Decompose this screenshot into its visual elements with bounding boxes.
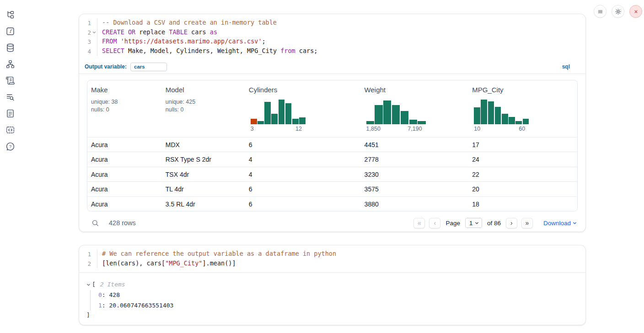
column-header-weight[interactable]: Weight1,8507,190 [361, 80, 469, 137]
settings-button[interactable] [612, 5, 624, 18]
chevron-down-icon [573, 221, 577, 225]
table-row[interactable]: AcuraTL 4dr6357520 [87, 181, 577, 196]
histogram-bar [401, 111, 408, 124]
first-page-button[interactable]: « [413, 218, 425, 228]
code-token: ; [262, 37, 266, 45]
prev-page-button[interactable]: ‹ [429, 218, 440, 228]
fold-slot [91, 249, 97, 259]
page-select[interactable]: 1 [465, 218, 482, 228]
tree-collapse-icon[interactable] [86, 283, 91, 287]
fold-chevron-icon[interactable] [91, 28, 97, 37]
code-line: 3FROM 'https://datasets.marimo.app/cars.… [79, 37, 585, 47]
code-token: as [210, 28, 217, 36]
table-row[interactable]: AcuraMDX6445117 [87, 137, 577, 152]
column-header-make[interactable]: Makeunique: 38nulls: 0 [87, 80, 162, 137]
histogram-axis: 312 [251, 126, 306, 132]
histogram-bar [509, 117, 515, 124]
sql-code-editor[interactable]: 1-- Download a CSV and create an in-memo… [79, 14, 585, 60]
histogram[interactable] [366, 100, 426, 124]
code-line: 1-- Download a CSV and create an in-memo… [79, 18, 585, 28]
column-header-model[interactable]: Modelunique: 425nulls: 0 [162, 80, 245, 137]
entry-index: 1 [98, 302, 102, 309]
histogram-bar [523, 119, 529, 124]
line-number: 4 [79, 47, 91, 56]
code-token: replace [135, 28, 169, 36]
sql-output-area: Makeunique: 38nulls: 0Modelunique: 425nu… [79, 74, 585, 232]
table-cell: Acura [87, 185, 162, 193]
scratchpad-icon[interactable] [5, 108, 16, 119]
code-text: CREATE OR replace TABLE cars as [97, 28, 585, 37]
next-page-button[interactable]: › [506, 218, 517, 228]
close-icon [633, 8, 639, 15]
table-row[interactable]: AcuraTSX 4dr4323022 [87, 167, 577, 182]
histogram-bar [285, 103, 292, 124]
code-line: 4SELECT Make, Model, Cylinders, Weight, … [79, 47, 585, 56]
shutdown-button[interactable] [629, 5, 642, 18]
code-text: SELECT Make, Model, Cylinders, Weight, M… [97, 47, 585, 56]
table-cell: RSX Type S 2dr [162, 156, 245, 163]
output-variable-label: Output variable: [85, 63, 127, 70]
close-bracket: ] [86, 311, 578, 319]
code-token: 'https://datasets.marimo.app/cars.csv' [121, 37, 262, 45]
column-label: MPG_City [472, 86, 574, 94]
table-body: AcuraMDX6445117AcuraRSX Type S 2dr427782… [87, 137, 577, 211]
table-header: Makeunique: 38nulls: 0Modelunique: 425nu… [87, 80, 577, 137]
code-text: [len(cars), cars["MPG_City"].mean()] [97, 259, 585, 269]
histogram[interactable] [474, 100, 529, 124]
code-text: FROM 'https://datasets.marimo.app/cars.c… [97, 37, 585, 47]
code-token: Make, Model, Cylinders, Weight, MPG_City [124, 47, 280, 54]
search-icon[interactable] [91, 219, 100, 227]
table-cell: Acura [87, 171, 162, 178]
tree-entry[interactable]: 0: 428 [98, 290, 578, 301]
histogram-bar [392, 105, 400, 124]
histogram-bar [481, 100, 487, 124]
histogram-bar [409, 120, 417, 124]
data-sources-icon[interactable] [5, 42, 16, 53]
panel-sidebar: f ? [0, 0, 20, 333]
output-variable-input[interactable] [130, 63, 167, 71]
table-row[interactable]: AcuraRSX Type S 2dr4277824 [87, 152, 577, 167]
fold-slot [91, 18, 97, 28]
table-row[interactable]: Acura3.5 RL 4dr6388018 [87, 196, 577, 211]
python-code-editor[interactable]: 1# We can reference the output variable … [79, 245, 585, 273]
histogram-bar [251, 119, 257, 124]
axis-max-label: 12 [295, 126, 302, 132]
last-page-button[interactable]: » [521, 218, 533, 228]
code-token [117, 37, 121, 45]
tree-root: [ 2 Items [86, 280, 578, 289]
download-button[interactable]: Download [543, 220, 577, 227]
dependency-graph-icon[interactable] [5, 58, 16, 69]
table-cell: 3230 [361, 171, 469, 178]
tree-entry[interactable]: 1: 20.060747663551403 [98, 301, 578, 311]
help-chat-icon[interactable]: ? [5, 141, 16, 152]
column-header-mpg_city[interactable]: MPG_City1060 [468, 80, 577, 137]
histogram-bar [264, 102, 271, 124]
fold-slot [91, 259, 97, 269]
code-token: -- Download a CSV and create an in-memor… [102, 19, 277, 26]
table-cell: Acura [87, 141, 162, 148]
sql-cell-footer: Output variable: sql [79, 60, 585, 74]
code-token: from [280, 47, 295, 54]
snippets-icon[interactable] [5, 124, 16, 135]
pagination: « ‹ Page 1 of 86 › » Download [413, 218, 577, 228]
histogram-bar [292, 119, 299, 124]
variables-icon[interactable]: f [5, 26, 16, 37]
axis-max-label: 7,190 [408, 126, 422, 132]
table-cell: 3880 [361, 201, 469, 208]
code-line: 2[len(cars), cars["MPG_City"].mean()] [79, 259, 585, 269]
svg-text:f: f [9, 28, 12, 34]
logs-search-icon[interactable] [5, 91, 16, 102]
notebook-actions [594, 5, 642, 18]
column-header-cylinders[interactable]: Cylinders312 [245, 80, 361, 137]
axis-min-label: 3 [251, 126, 254, 132]
open-bracket: [ [92, 280, 96, 289]
histogram-bar [418, 121, 425, 124]
notebook-menu-button[interactable] [594, 5, 606, 18]
histogram-bar [279, 100, 285, 124]
code-token: # We can reference the output variable a… [102, 250, 336, 257]
histogram[interactable] [251, 100, 306, 124]
code-token: OR [128, 28, 135, 36]
file-explorer-icon[interactable] [5, 9, 16, 20]
documentation-icon[interactable] [5, 75, 16, 86]
code-line: 1# We can reference the output variable … [79, 249, 585, 259]
